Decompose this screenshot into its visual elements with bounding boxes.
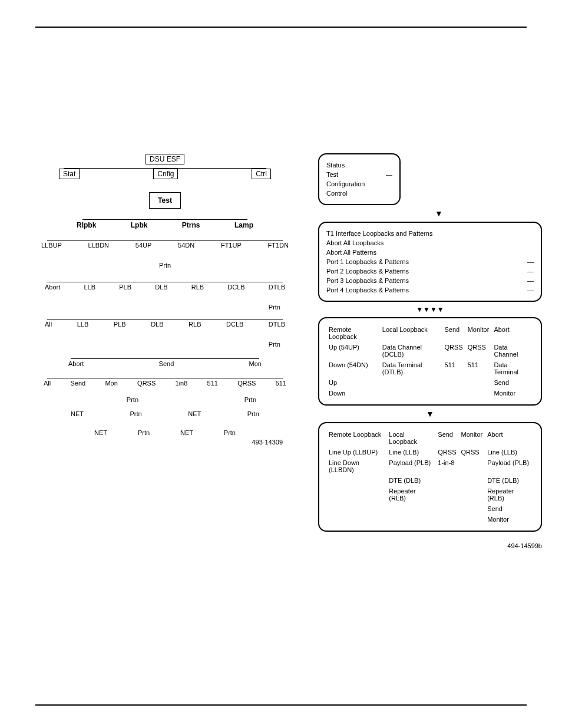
leaf: DLB [155,284,167,291]
leaf: DTLB [269,284,285,291]
leaf: Prtn [247,410,259,417]
node-rlpbk: Rlpbk [77,221,96,229]
node-abort: Abort [68,360,84,367]
leaf: LLB [77,321,89,328]
line: Configuration [326,179,392,189]
table-row: Monitor [326,514,534,525]
leaf: RLB [191,284,204,291]
leaf: 54DN [178,242,194,249]
line: Control [326,189,392,198]
line: Port 2 Loopbacks & Patterns— [326,266,534,276]
line: Port 4 Loopbacks & Patterns— [326,285,534,295]
leaf: QRSS [137,380,156,387]
table-row: DTE (DLB)DTE (DLB) [326,475,534,486]
leaf: PLB [114,321,126,328]
leaf: Send [70,380,85,387]
leaf: LLBUP [41,242,62,249]
line: T1 Interface Loopbacks and Patterns [326,229,534,238]
arrow-down-icon: ▼ [336,209,542,218]
node-ptrns: Ptrns [182,221,200,229]
leaf: All [44,380,51,387]
arrow-down-icon: ▼ [318,409,542,419]
rule-top [35,27,527,28]
leaf: 1in8 [176,380,188,387]
menu-tree-diagram: DSU ESF Stat Cnfig Ctrl Test Rlpbk Lpbk … [47,153,283,446]
leaf-prtn: Prtn [159,262,171,269]
flow-box-2: T1 Interface Loopbacks and Patterns Abor… [318,222,542,302]
node-ctrl: Ctrl [252,169,271,179]
node-lpbk: Lpbk [131,221,148,229]
node-mon: Mon [249,360,262,367]
table-row: UpSend [326,377,534,388]
leaf-prtn: Prtn [269,304,280,311]
leaf: Prtn [130,410,142,417]
leaf: PLB [119,284,131,291]
leaf: DCLB [227,284,244,291]
leaf-prtn: Prtn [269,341,280,348]
figure-number-left: 493-14309 [47,439,283,446]
table-row: Remote LoopbackLocal LoopbackSendMonitor… [326,429,534,447]
node-cnfig: Cnfig [153,169,178,179]
table-row: Send [326,503,534,514]
flow-box-3: Remote LoopbackLocal LoopbackSendMonitor… [318,317,542,406]
table-row: Down (54DN)Data Terminal (DTLB)511511Dat… [326,360,534,377]
leaf: NET [188,410,201,417]
leaf-prtn: Prtn [244,396,256,403]
leaf: 54UP [135,242,152,249]
leaf: RLB [189,321,201,328]
leaf: NET [94,429,107,436]
leaf: NET [71,410,84,417]
line: Abort All Patterns [326,248,534,257]
flow-box-4: Remote LoopbackLocal LoopbackSendMonitor… [318,422,542,532]
table-row: DownMonitor [326,388,534,398]
table-row: Remote LoopbackLocal LoopbackSendMonitor… [326,324,534,342]
leaf: FT1UP [221,242,242,249]
leaf: QRSS [237,380,256,387]
leaf: Mon [105,380,117,387]
node-send: Send [159,360,174,367]
leaf: DCLB [226,321,243,328]
arrow-down-icon: ▼▼▼▼ [318,305,542,314]
leaf: LLBDN [88,242,109,249]
table-row: Up (54UP)Data Channel (DCLB)QRSSQRSSData… [326,342,534,360]
leaf: Prtn [224,429,236,436]
leaf: All [45,321,52,328]
line: Status [326,160,392,170]
rule-bottom [35,704,527,706]
leaf: DTLB [269,321,285,328]
leaf: Prtn [138,429,150,436]
table-row: Line Up (LLBUP)Line (LLB)QRSSQRSSLine (L… [326,447,534,457]
line: Port 3 Loopbacks & Patterns— [326,276,534,285]
leaf-prtn: Prtn [127,396,138,403]
leaf: FT1DN [268,242,289,249]
table-row: Repeater (RLB)Repeater (RLB) [326,486,534,503]
leaf: NET [180,429,193,436]
root-node: DSU ESF [146,154,184,164]
leaf: 511 [276,380,286,387]
line: Port 1 Loopbacks & Patterns— [326,257,534,266]
flow-diagram: Status Test— Configuration Control ▼ T1 … [318,153,542,549]
table-row: Line Down (LLBDN)Payload (PLB)1-in-8Payl… [326,457,534,475]
figure-number-right: 494-14599b [318,542,542,549]
leaf: Abort [45,284,60,291]
line: Test— [326,170,392,179]
node-lamp: Lamp [234,221,253,229]
node-stat: Stat [59,169,80,179]
leaf: 511 [207,380,218,387]
flow-box-1: Status Test— Configuration Control [318,153,401,205]
leaf: DLB [151,321,163,328]
leaf: LLB [84,284,95,291]
line: Abort All Loopbacks [326,238,534,248]
node-test: Test [149,192,181,209]
